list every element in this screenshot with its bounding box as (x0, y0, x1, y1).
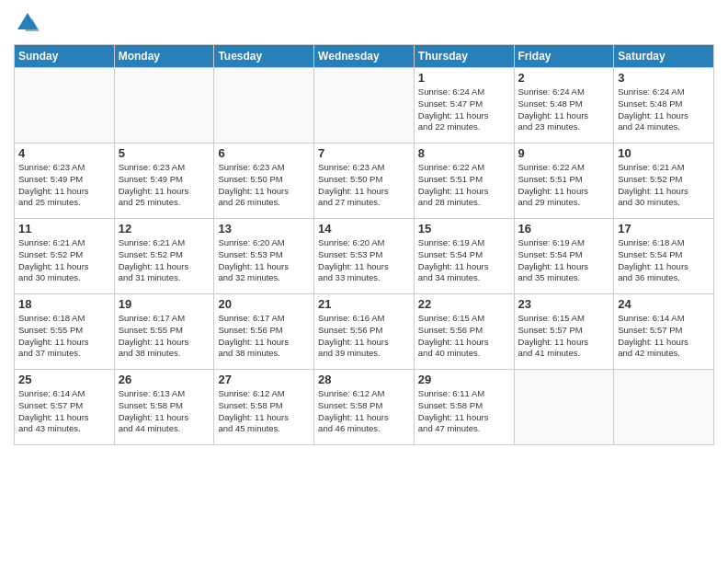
date-number: 16 (518, 222, 610, 236)
calendar-cell: 10Sunrise: 6:21 AM Sunset: 5:52 PM Dayli… (614, 144, 714, 219)
cell-info: Sunrise: 6:19 AM Sunset: 5:54 PM Dayligh… (418, 237, 510, 284)
cell-info: Sunrise: 6:14 AM Sunset: 5:57 PM Dayligh… (18, 388, 110, 435)
date-number: 13 (218, 222, 310, 236)
page: SundayMondayTuesdayWednesdayThursdayFrid… (0, 0, 728, 563)
calendar-day-header: Thursday (414, 45, 514, 68)
cell-info: Sunrise: 6:15 AM Sunset: 5:56 PM Dayligh… (418, 313, 510, 360)
date-number: 21 (318, 297, 410, 311)
calendar-cell: 19Sunrise: 6:17 AM Sunset: 5:55 PM Dayli… (114, 294, 214, 370)
calendar-cell (214, 68, 314, 144)
calendar-cell: 17Sunrise: 6:18 AM Sunset: 5:54 PM Dayli… (614, 219, 714, 294)
date-number: 12 (119, 222, 210, 236)
calendar-cell: 23Sunrise: 6:15 AM Sunset: 5:57 PM Dayli… (514, 294, 614, 370)
date-number: 10 (618, 146, 710, 160)
cell-info: Sunrise: 6:23 AM Sunset: 5:50 PM Dayligh… (218, 162, 310, 209)
date-number: 27 (218, 373, 310, 386)
calendar-cell (614, 370, 714, 445)
cell-info: Sunrise: 6:22 AM Sunset: 5:51 PM Dayligh… (418, 162, 510, 209)
date-number: 15 (418, 222, 510, 236)
cell-info: Sunrise: 6:20 AM Sunset: 5:53 PM Dayligh… (218, 237, 310, 284)
calendar-cell: 16Sunrise: 6:19 AM Sunset: 5:54 PM Dayli… (514, 219, 614, 294)
cell-info: Sunrise: 6:12 AM Sunset: 5:58 PM Dayligh… (318, 388, 410, 435)
calendar-day-header: Wednesday (314, 45, 415, 68)
cell-info: Sunrise: 6:13 AM Sunset: 5:58 PM Dayligh… (119, 388, 210, 435)
calendar-day-header: Sunday (15, 45, 115, 68)
calendar-cell: 7Sunrise: 6:23 AM Sunset: 5:50 PM Daylig… (314, 144, 415, 219)
cell-info: Sunrise: 6:15 AM Sunset: 5:57 PM Dayligh… (518, 313, 610, 360)
calendar-cell: 22Sunrise: 6:15 AM Sunset: 5:56 PM Dayli… (414, 294, 514, 370)
date-number: 2 (518, 71, 610, 85)
cell-info: Sunrise: 6:22 AM Sunset: 5:51 PM Dayligh… (518, 162, 610, 209)
date-number: 20 (218, 297, 310, 311)
cell-info: Sunrise: 6:23 AM Sunset: 5:50 PM Dayligh… (318, 162, 410, 209)
date-number: 25 (18, 373, 110, 386)
calendar-cell: 4Sunrise: 6:23 AM Sunset: 5:49 PM Daylig… (15, 144, 115, 219)
date-number: 28 (318, 373, 410, 386)
cell-info: Sunrise: 6:18 AM Sunset: 5:55 PM Dayligh… (18, 313, 110, 360)
date-number: 1 (418, 71, 510, 85)
cell-info: Sunrise: 6:18 AM Sunset: 5:54 PM Dayligh… (618, 237, 710, 284)
calendar-cell: 13Sunrise: 6:20 AM Sunset: 5:53 PM Dayli… (214, 219, 314, 294)
header (14, 9, 714, 37)
date-number: 14 (318, 222, 410, 236)
calendar-week-row: 18Sunrise: 6:18 AM Sunset: 5:55 PM Dayli… (15, 294, 714, 370)
calendar-cell: 2Sunrise: 6:24 AM Sunset: 5:48 PM Daylig… (514, 68, 614, 144)
calendar-week-row: 11Sunrise: 6:21 AM Sunset: 5:52 PM Dayli… (15, 219, 714, 294)
calendar-cell: 25Sunrise: 6:14 AM Sunset: 5:57 PM Dayli… (15, 370, 115, 445)
calendar-week-row: 1Sunrise: 6:24 AM Sunset: 5:47 PM Daylig… (15, 68, 714, 144)
calendar-cell: 9Sunrise: 6:22 AM Sunset: 5:51 PM Daylig… (514, 144, 614, 219)
cell-info: Sunrise: 6:23 AM Sunset: 5:49 PM Dayligh… (119, 162, 210, 209)
cell-info: Sunrise: 6:24 AM Sunset: 5:47 PM Dayligh… (418, 86, 510, 133)
calendar-day-header: Friday (514, 45, 614, 68)
calendar-day-header: Saturday (614, 45, 714, 68)
calendar-cell (314, 68, 415, 144)
date-number: 17 (618, 222, 710, 236)
logo (14, 9, 45, 37)
calendar-header-row: SundayMondayTuesdayWednesdayThursdayFrid… (15, 45, 714, 68)
logo-icon (14, 9, 41, 37)
date-number: 23 (518, 297, 610, 311)
calendar-cell: 11Sunrise: 6:21 AM Sunset: 5:52 PM Dayli… (15, 219, 115, 294)
date-number: 24 (618, 297, 710, 311)
date-number: 26 (119, 373, 210, 386)
calendar-cell: 18Sunrise: 6:18 AM Sunset: 5:55 PM Dayli… (15, 294, 115, 370)
calendar-cell: 8Sunrise: 6:22 AM Sunset: 5:51 PM Daylig… (414, 144, 514, 219)
calendar-cell: 6Sunrise: 6:23 AM Sunset: 5:50 PM Daylig… (214, 144, 314, 219)
calendar-cell: 15Sunrise: 6:19 AM Sunset: 5:54 PM Dayli… (414, 219, 514, 294)
cell-info: Sunrise: 6:23 AM Sunset: 5:49 PM Dayligh… (18, 162, 110, 209)
calendar-cell: 21Sunrise: 6:16 AM Sunset: 5:56 PM Dayli… (314, 294, 415, 370)
cell-info: Sunrise: 6:17 AM Sunset: 5:56 PM Dayligh… (218, 313, 310, 360)
date-number: 18 (18, 297, 110, 311)
calendar-cell (15, 68, 115, 144)
cell-info: Sunrise: 6:24 AM Sunset: 5:48 PM Dayligh… (518, 86, 610, 133)
calendar-cell: 27Sunrise: 6:12 AM Sunset: 5:58 PM Dayli… (214, 370, 314, 445)
calendar-cell: 20Sunrise: 6:17 AM Sunset: 5:56 PM Dayli… (214, 294, 314, 370)
calendar-cell: 26Sunrise: 6:13 AM Sunset: 5:58 PM Dayli… (114, 370, 214, 445)
calendar-day-header: Monday (114, 45, 214, 68)
date-number: 9 (518, 146, 610, 160)
calendar-cell: 28Sunrise: 6:12 AM Sunset: 5:58 PM Dayli… (314, 370, 415, 445)
cell-info: Sunrise: 6:14 AM Sunset: 5:57 PM Dayligh… (618, 313, 710, 360)
cell-info: Sunrise: 6:19 AM Sunset: 5:54 PM Dayligh… (518, 237, 610, 284)
date-number: 29 (418, 373, 510, 386)
calendar-cell: 3Sunrise: 6:24 AM Sunset: 5:48 PM Daylig… (614, 68, 714, 144)
calendar-cell (114, 68, 214, 144)
calendar-table: SundayMondayTuesdayWednesdayThursdayFrid… (14, 44, 714, 445)
date-number: 3 (618, 71, 710, 85)
calendar-cell: 5Sunrise: 6:23 AM Sunset: 5:49 PM Daylig… (114, 144, 214, 219)
date-number: 5 (119, 146, 210, 160)
calendar-cell: 12Sunrise: 6:21 AM Sunset: 5:52 PM Dayli… (114, 219, 214, 294)
date-number: 6 (218, 146, 310, 160)
date-number: 7 (318, 146, 410, 160)
date-number: 8 (418, 146, 510, 160)
cell-info: Sunrise: 6:11 AM Sunset: 5:58 PM Dayligh… (418, 388, 510, 435)
calendar-cell: 24Sunrise: 6:14 AM Sunset: 5:57 PM Dayli… (614, 294, 714, 370)
calendar-cell: 1Sunrise: 6:24 AM Sunset: 5:47 PM Daylig… (414, 68, 514, 144)
cell-info: Sunrise: 6:21 AM Sunset: 5:52 PM Dayligh… (119, 237, 210, 284)
calendar-cell: 29Sunrise: 6:11 AM Sunset: 5:58 PM Dayli… (414, 370, 514, 445)
cell-info: Sunrise: 6:16 AM Sunset: 5:56 PM Dayligh… (318, 313, 410, 360)
cell-info: Sunrise: 6:21 AM Sunset: 5:52 PM Dayligh… (18, 237, 110, 284)
cell-info: Sunrise: 6:20 AM Sunset: 5:53 PM Dayligh… (318, 237, 410, 284)
date-number: 11 (18, 222, 110, 236)
calendar-cell (514, 370, 614, 445)
